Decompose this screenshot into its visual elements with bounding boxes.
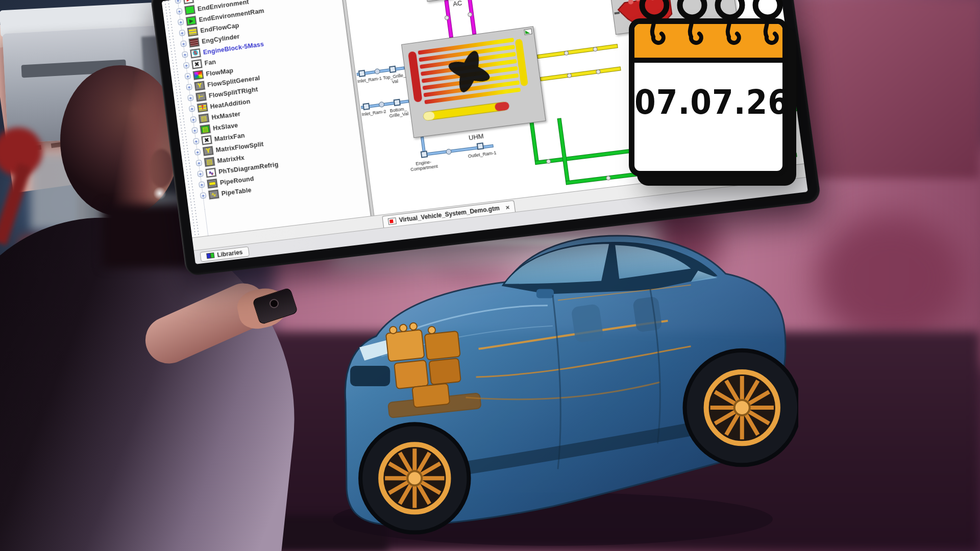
engine-block-icon xyxy=(190,48,201,58)
end-flow-cap-icon xyxy=(187,27,198,36)
car-render xyxy=(333,229,798,551)
expander-icon[interactable] xyxy=(200,192,207,199)
expander-icon[interactable] xyxy=(190,116,197,123)
expander-icon[interactable] xyxy=(183,62,190,69)
binder-ring-icon xyxy=(714,0,746,51)
calendar-date: 07.07.26 xyxy=(634,83,782,122)
gtm-file-icon xyxy=(388,217,397,225)
flow-map-icon xyxy=(193,70,204,80)
front-wheel xyxy=(360,424,469,532)
fan-icon xyxy=(201,135,212,145)
libraries-tab-label: Libraries xyxy=(217,248,243,259)
node-label: Inlet_Ram-1 xyxy=(353,75,385,85)
expander-icon[interactable] xyxy=(176,8,183,15)
hx-master-icon xyxy=(204,157,215,166)
inlet-ram-1-node[interactable] xyxy=(358,70,365,77)
compressor-icon xyxy=(183,0,194,4)
expander-icon[interactable] xyxy=(199,181,205,188)
block-label-ac: AC xyxy=(452,0,462,8)
expander-icon[interactable] xyxy=(197,170,204,177)
promo-banner: { "scene": { "calendar": { "date": "07.0… xyxy=(0,0,980,551)
hx-slave-icon xyxy=(200,124,211,134)
person-ear xyxy=(149,149,174,188)
glasses-glint xyxy=(153,187,166,200)
pipe-table-icon xyxy=(208,189,219,199)
bottom-grille-valve[interactable] xyxy=(394,99,401,106)
expander-icon[interactable] xyxy=(175,0,181,4)
library-squares-icon xyxy=(206,253,214,259)
flow-split-y-icon xyxy=(203,146,213,156)
rear-wheel xyxy=(685,350,798,465)
end-environment-icon xyxy=(185,5,195,15)
end-environment-ram-icon xyxy=(186,16,197,26)
expander-icon[interactable] xyxy=(187,94,194,101)
heat-addition-icon xyxy=(197,103,208,112)
hx-master-icon xyxy=(199,113,209,123)
inlet-ram-2-node[interactable] xyxy=(363,103,370,110)
radiator-fan-icon xyxy=(402,27,545,137)
expander-icon[interactable] xyxy=(193,138,200,144)
eng-cylinder-icon xyxy=(189,37,200,47)
expander-icon[interactable] xyxy=(194,149,201,156)
fan-icon xyxy=(191,59,202,69)
top-grille-valve[interactable] xyxy=(389,66,396,73)
expander-icon[interactable] xyxy=(195,160,202,166)
node-label: Top_Grille_ Val xyxy=(382,72,407,86)
close-icon[interactable]: × xyxy=(505,203,510,211)
binder-ring-icon xyxy=(676,0,708,51)
node-label: Outlet_Ram-1 xyxy=(464,150,500,160)
tab-libraries[interactable]: Libraries xyxy=(200,246,249,262)
expander-icon[interactable] xyxy=(178,19,184,26)
phts-diagram-icon xyxy=(206,168,216,178)
binder-ring-icon xyxy=(751,0,784,51)
calendar-badge: 07.07.26 xyxy=(629,18,788,177)
block-label-uhm: UHM xyxy=(468,132,484,142)
expander-icon[interactable] xyxy=(189,106,195,112)
node-label: Engine- Compartment xyxy=(406,158,442,173)
expander-icon[interactable] xyxy=(180,40,187,47)
expander-icon[interactable] xyxy=(186,84,192,90)
expander-icon[interactable] xyxy=(179,30,186,36)
node-label: Bottom_ Grille_Val xyxy=(385,106,411,119)
pipe-refrigerant xyxy=(468,0,477,35)
engine-compartment-node[interactable] xyxy=(421,151,428,158)
expander-icon[interactable] xyxy=(191,127,198,134)
solver-flag-icon[interactable] xyxy=(524,29,532,35)
flow-split-t-icon xyxy=(196,92,207,102)
binder-ring-icon xyxy=(638,0,671,51)
library-tree-panel: CompressorRefrig EndEnvironment EndEnvir… xyxy=(162,0,371,238)
flow-split-y-icon xyxy=(194,81,205,90)
pipe-round-icon xyxy=(207,179,218,188)
outlet-ram-1-node[interactable] xyxy=(477,142,484,150)
expander-icon[interactable] xyxy=(182,51,188,58)
block-uhm[interactable] xyxy=(401,26,546,138)
expander-icon[interactable] xyxy=(185,73,191,80)
